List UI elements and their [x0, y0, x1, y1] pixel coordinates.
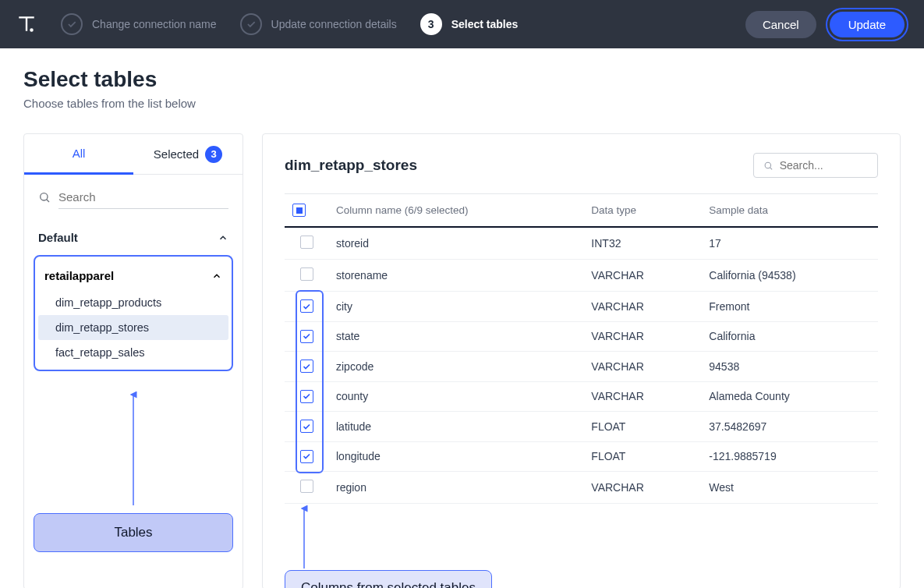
- header-sample-data: Sample data: [701, 194, 878, 228]
- table-row: longitudeFLOAT-121.9885719: [285, 441, 878, 472]
- step-number: 3: [420, 13, 442, 35]
- group-label: Default: [38, 231, 78, 244]
- callout-tables: Tables: [34, 513, 233, 552]
- column-name: storename: [328, 260, 583, 292]
- step-1[interactable]: Change connection name: [61, 13, 217, 35]
- columns-table: Column name (6/9 selected) Data type Sam…: [285, 193, 878, 504]
- table-row: storenameVARCHARCalifornia (94538): [285, 260, 878, 292]
- step-label: Change connection name: [92, 18, 217, 30]
- callout-arrow-columns: Columns from selected tables: [285, 504, 878, 570]
- wizard-steps: Change connection name Update connection…: [61, 13, 745, 35]
- table-row: regionVARCHARWest: [285, 472, 878, 504]
- column-sample: 37.5482697: [701, 412, 878, 442]
- column-name: county: [328, 381, 583, 412]
- step-label: Update connection details: [271, 18, 397, 30]
- column-sample: Alameda County: [701, 381, 878, 412]
- update-button[interactable]: Update: [830, 12, 905, 37]
- column-name: latitude: [328, 412, 583, 442]
- callout-arrow: [24, 387, 243, 504]
- svg-point-0: [41, 193, 48, 200]
- step-2[interactable]: Update connection details: [240, 13, 397, 35]
- header-data-type: Data type: [583, 194, 701, 228]
- callout-columns: Columns from selected tables: [285, 570, 492, 588]
- column-sample: California: [701, 321, 878, 352]
- column-type: INT32: [583, 227, 701, 260]
- column-name: state: [328, 321, 583, 352]
- selected-count-badge: 3: [205, 146, 222, 163]
- column-type: FLOAT: [583, 441, 701, 472]
- column-checkbox[interactable]: [300, 267, 313, 281]
- schema-highlight: retailapparel dim_retapp_products dim_re…: [34, 255, 233, 371]
- select-all-checkbox[interactable]: [292, 204, 306, 217]
- topbar: Change connection name Update connection…: [0, 0, 924, 48]
- schema-retailapparel[interactable]: retailapparel: [38, 261, 228, 290]
- column-search: [753, 153, 878, 178]
- chevron-up-icon: [211, 271, 222, 282]
- update-button-highlight: Update: [826, 8, 908, 41]
- table-row: storeidINT3217: [285, 227, 878, 260]
- column-search-input[interactable]: [780, 159, 868, 172]
- column-name: longitude: [328, 441, 583, 472]
- column-sample: 94538: [701, 352, 878, 382]
- group-default[interactable]: Default: [34, 220, 233, 255]
- checked-columns-highlight: [296, 290, 324, 473]
- table-item[interactable]: dim_retapp_products: [38, 290, 228, 315]
- column-sample: 17: [701, 227, 878, 260]
- current-table-name: dim_retapp_stores: [285, 157, 417, 174]
- column-type: VARCHAR: [583, 381, 701, 412]
- header-column-name: Column name (6/9 selected): [328, 194, 583, 228]
- step-3[interactable]: 3 Select tables: [420, 13, 519, 35]
- search-icon: [763, 160, 774, 172]
- tab-all[interactable]: All: [24, 134, 133, 175]
- table-row: countyVARCHARAlameda County: [285, 381, 878, 412]
- tab-selected[interactable]: Selected 3: [133, 134, 243, 175]
- column-name: region: [328, 472, 583, 504]
- table-item[interactable]: dim_retapp_stores: [38, 315, 228, 340]
- column-type: VARCHAR: [583, 260, 701, 292]
- column-type: VARCHAR: [583, 352, 701, 382]
- column-name: storeid: [328, 227, 583, 260]
- svg-point-2: [765, 162, 770, 168]
- schema-label: retailapparel: [44, 269, 114, 282]
- column-sample: -121.9885719: [701, 441, 878, 472]
- column-type: VARCHAR: [583, 321, 701, 352]
- column-sample: West: [701, 472, 878, 504]
- tables-tree: Default retailapparel dim_retapp_product…: [24, 217, 243, 387]
- sidebar-tabs: All Selected 3: [24, 134, 243, 175]
- table-row: cityVARCHARFremont: [285, 292, 878, 322]
- cancel-button[interactable]: Cancel: [745, 11, 816, 38]
- column-name: city: [328, 292, 583, 322]
- topbar-actions: Cancel Update: [745, 8, 908, 41]
- tab-label: All: [73, 147, 86, 160]
- tables-sidebar: All Selected 3 Default retailapparel: [23, 133, 243, 588]
- table-row: stateVARCHARCalifornia: [285, 321, 878, 352]
- page-subtitle: Choose tables from the list below: [23, 97, 901, 110]
- column-checkbox[interactable]: [300, 480, 313, 493]
- tab-label: Selected: [154, 147, 199, 161]
- columns-pane: dim_retapp_stores Column name (6/9 selec…: [262, 133, 901, 588]
- check-icon: [240, 13, 262, 35]
- column-checkbox[interactable]: [300, 236, 313, 249]
- app-logo: [16, 13, 37, 35]
- search-input[interactable]: [58, 186, 228, 209]
- table-row: latitudeFLOAT37.5482697: [285, 412, 878, 442]
- check-icon: [61, 13, 83, 35]
- table-row: zipcodeVARCHAR94538: [285, 352, 878, 382]
- table-item[interactable]: fact_retapp_sales: [38, 340, 228, 365]
- page-title: Select tables: [23, 67, 901, 92]
- column-type: FLOAT: [583, 412, 701, 442]
- search-icon: [38, 191, 51, 204]
- column-type: VARCHAR: [583, 472, 701, 504]
- step-label: Select tables: [451, 18, 519, 30]
- sidebar-search: [24, 175, 243, 217]
- column-sample: California (94538): [701, 260, 878, 292]
- column-sample: Fremont: [701, 292, 878, 322]
- chevron-up-icon: [218, 232, 228, 243]
- column-type: VARCHAR: [583, 292, 701, 322]
- column-name: zipcode: [328, 352, 583, 382]
